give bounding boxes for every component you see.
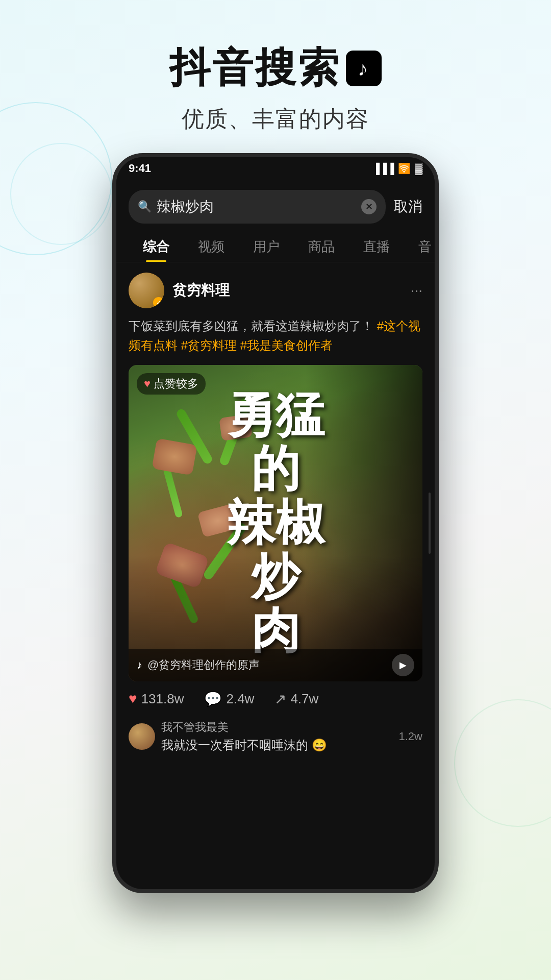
- status-time: 9:41: [129, 162, 151, 175]
- user-name[interactable]: 贫穷料理: [172, 281, 403, 300]
- search-input-wrapper[interactable]: 🔍 辣椒炒肉 ✕: [129, 190, 386, 224]
- heart-icon: ♥: [129, 691, 137, 707]
- comments-number: 2.4w: [226, 691, 254, 707]
- comment-icon: 💬: [204, 691, 222, 707]
- search-bar-area: 🔍 辣椒炒肉 ✕ 取消: [116, 180, 435, 224]
- phone-frame: 9:41 ▐▐▐ 🛜 ▓ 🔍 辣椒炒肉 ✕ 取消 综合: [112, 153, 439, 893]
- wifi-icon: 🛜: [398, 162, 411, 175]
- user-card: ✓ 贫穷料理 ···: [129, 273, 422, 308]
- shares-number: 4.7w: [290, 691, 318, 707]
- content-area: ✓ 贫穷料理 ··· 下饭菜到底有多凶猛，就看这道辣椒炒肉了！ #这个视频有点料…: [116, 262, 435, 769]
- play-button[interactable]: ▶: [392, 654, 414, 676]
- comments-count[interactable]: 💬 2.4w: [204, 691, 254, 707]
- audio-text[interactable]: @贫穷料理创作的原声: [147, 657, 387, 673]
- video-thumbnail[interactable]: ♥ 点赞较多 勇猛的辣椒炒肉 ♪ @贫穷料理创作的原声 ▶: [129, 365, 422, 681]
- likes-number: 131.8w: [141, 691, 184, 707]
- header-section: 抖音搜索 ♪ 优质、丰富的内容: [0, 0, 551, 155]
- bg-decoration-2: [10, 143, 112, 245]
- tab-商品[interactable]: 商品: [294, 232, 349, 262]
- tiktok-mini-icon: ♪: [137, 658, 142, 672]
- status-icons: ▐▐▐ 🛜 ▓: [372, 162, 422, 175]
- app-subtitle: 优质、丰富的内容: [0, 104, 551, 134]
- post-main-text: 下饭菜到底有多凶猛，就看这道辣椒炒肉了！: [129, 319, 373, 333]
- video-title-text: 勇猛的辣椒炒肉: [216, 378, 335, 668]
- search-input-value[interactable]: 辣椒炒肉: [157, 197, 356, 216]
- comment-text-area: 我不管我最美 我就没一次看时不咽唾沫的 😄: [161, 720, 393, 753]
- shares-count[interactable]: ↗ 4.7w: [274, 691, 318, 707]
- comment-username: 我不管我最美: [161, 720, 393, 735]
- phone-mockup: 9:41 ▐▐▐ 🛜 ▓ 🔍 辣椒炒肉 ✕ 取消 综合: [112, 153, 439, 893]
- search-clear-button[interactable]: ✕: [361, 199, 377, 214]
- more-options-icon[interactable]: ···: [411, 282, 422, 299]
- share-icon: ↗: [274, 691, 286, 707]
- comment-preview: 我不管我最美 我就没一次看时不咽唾沫的 😄 1.2w: [129, 715, 422, 758]
- signal-icon: ▐▐▐: [372, 163, 394, 175]
- comment-body: 我就没一次看时不咽唾沫的 😄: [161, 737, 393, 753]
- battery-icon: ▓: [415, 163, 422, 175]
- comment-avatar: [129, 723, 155, 750]
- search-icon: 🔍: [138, 200, 152, 213]
- video-text-overlay: 勇猛的辣椒炒肉: [129, 365, 422, 681]
- likes-count[interactable]: ♥ 131.8w: [129, 691, 184, 707]
- app-title-area: 抖音搜索 ♪: [0, 41, 551, 96]
- app-title-text: 抖音搜索: [169, 41, 341, 96]
- tab-视频[interactable]: 视频: [184, 232, 239, 262]
- bg-decoration-3: [454, 699, 551, 827]
- tabs-bar: 综合 视频 用户 商品 直播 音: [116, 224, 435, 262]
- tab-用户[interactable]: 用户: [239, 232, 294, 262]
- tab-直播[interactable]: 直播: [349, 232, 404, 262]
- tab-音[interactable]: 音: [404, 232, 435, 262]
- engagement-bar: ♥ 131.8w 💬 2.4w ↗ 4.7w: [129, 681, 422, 715]
- scroll-indicator: [429, 493, 431, 554]
- user-avatar: ✓: [129, 273, 164, 308]
- audio-bar: ♪ @贫穷料理创作的原声 ▶: [129, 649, 422, 681]
- verified-badge: ✓: [153, 297, 164, 308]
- status-bar: 9:41 ▐▐▐ 🛜 ▓: [116, 157, 435, 180]
- search-cancel-button[interactable]: 取消: [394, 197, 422, 216]
- tiktok-logo-icon: ♪: [358, 57, 370, 80]
- phone-screen: 9:41 ▐▐▐ 🛜 ▓ 🔍 辣椒炒肉 ✕ 取消 综合: [116, 157, 435, 889]
- post-text: 下饭菜到底有多凶猛，就看这道辣椒炒肉了！ #这个视频有点料 #贫穷料理 #我是美…: [129, 316, 422, 356]
- comment-extra-count: 1.2w: [399, 730, 422, 743]
- tab-综合[interactable]: 综合: [129, 232, 184, 262]
- tiktok-logo: ♪: [346, 51, 382, 86]
